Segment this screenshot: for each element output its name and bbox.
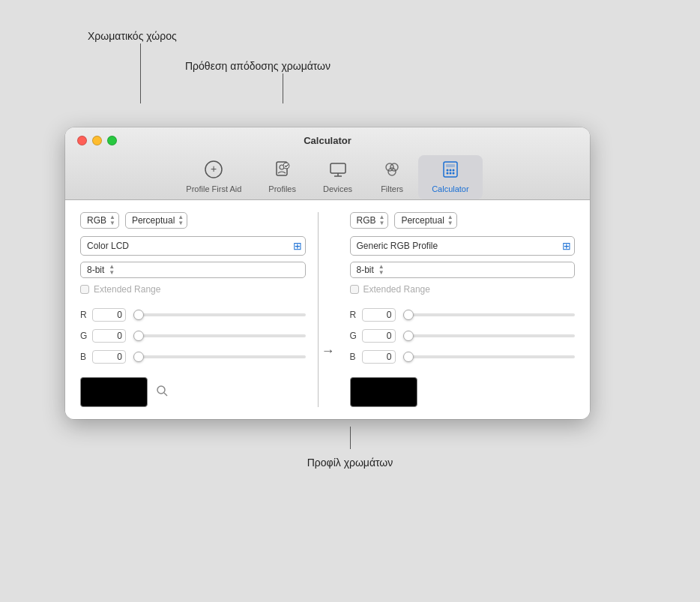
toolbar-label-calculator: Calculator [432,184,469,193]
toolbar: + Profile First Aid [77,152,578,199]
left-b-row: B [80,350,306,364]
devices-icon [328,160,348,182]
toolbar-label-profile-first-aid: Profile First Aid [186,184,241,193]
conversion-arrow: → [319,295,338,407]
right-g-track[interactable] [403,334,576,337]
svg-point-4 [283,163,289,169]
title-bar: Calculator + Profile First Aid [65,127,590,200]
main-window: Calculator + Profile First Aid [65,127,590,419]
left-b-track[interactable] [133,355,306,358]
left-bit-depth-arrows: ▲▼ [109,264,115,276]
toolbar-item-profile-first-aid[interactable]: + Profile First Aid [172,155,255,199]
right-bit-depth-select[interactable]: 8-bit ▲▼ [350,262,576,278]
svg-point-15 [452,169,454,172]
filters-icon [382,160,402,182]
right-r-label: R [350,310,357,320]
right-profile-dropdown-arrow: ⊞ [562,240,571,252]
left-r-thumb[interactable] [133,310,144,320]
left-colorspace-arrows: ▲▼ [109,214,115,226]
calculator-icon [441,160,460,182]
left-rendering-intent-select[interactable]: Perceptual ▲▼ [125,212,187,229]
maximize-button[interactable] [107,136,117,145]
left-r-label: R [80,310,88,320]
right-extended-range-checkbox[interactable] [350,285,359,294]
left-profile-dropdown-arrow: ⊞ [293,240,302,252]
right-b-track[interactable] [403,355,576,358]
bottom-annotation: Προφίλ χρωμάτων [65,457,635,469]
minimize-button[interactable] [92,136,102,145]
svg-point-9 [390,163,398,171]
right-b-row: B [350,350,576,364]
left-r-track[interactable] [133,313,306,316]
left-panel: RGB ▲▼ Perceptual ▲▼ Color LCD [80,212,319,407]
left-extended-range: Extended Range [80,284,306,295]
toolbar-label-profiles: Profiles [268,184,296,193]
profile-first-aid-icon: + [204,160,223,182]
annotation-color-space: Χρωματικός χώρος [88,30,177,42]
right-g-label: G [350,331,357,341]
right-panel: RGB ▲▼ Perceptual ▲▼ Generic RGB Prof [338,212,576,407]
right-r-track[interactable] [403,313,576,316]
callout-line-1 [140,43,141,103]
left-r-input[interactable] [92,308,126,322]
left-g-thumb[interactable] [133,331,144,341]
window-title: Calculator [304,135,351,146]
left-extended-range-checkbox[interactable] [80,285,89,294]
callout-line-2 [283,73,283,103]
annotation-rendering-intent: Πρόθεση απόδοσης χρωμάτων [185,60,331,72]
right-colorspace-select[interactable]: RGB ▲▼ [350,212,389,229]
right-r-row: R [350,308,576,322]
right-rendering-intent-select[interactable]: Perceptual ▲▼ [394,212,456,229]
svg-line-20 [164,393,167,396]
toolbar-item-filters[interactable]: Filters [366,155,418,199]
left-colorspace-select[interactable]: RGB ▲▼ [80,212,119,229]
right-profile-dropdown[interactable]: Generic RGB Profile ⊞ [350,236,576,256]
left-b-label: B [80,352,88,362]
toolbar-item-calculator[interactable]: Calculator [418,155,483,199]
svg-point-17 [449,172,451,175]
right-extended-range: Extended Range [350,284,576,295]
bottom-callout-line [350,427,351,449]
right-bit-depth-arrows: ▲▼ [378,264,384,276]
svg-rect-5 [331,163,346,173]
left-b-input[interactable] [92,350,126,364]
right-r-input[interactable] [362,308,396,322]
left-g-track[interactable] [133,334,306,337]
window-buttons [77,136,117,145]
left-color-swatch [80,377,148,407]
right-color-swatch [350,377,417,407]
right-color-preview [350,377,576,407]
svg-point-14 [449,169,451,172]
right-b-thumb[interactable] [403,352,414,362]
right-b-input[interactable] [362,350,396,364]
right-colorspace-arrows: ▲▼ [379,214,385,226]
left-g-label: G [80,331,88,341]
right-rendering-intent-arrows: ▲▼ [447,214,453,226]
svg-point-19 [157,386,165,394]
right-r-thumb[interactable] [403,310,414,320]
left-bit-depth-select[interactable]: 8-bit ▲▼ [80,262,306,278]
main-content: RGB ▲▼ Perceptual ▲▼ Color LCD [65,200,590,419]
left-rendering-intent-arrows: ▲▼ [178,214,184,226]
toolbar-label-filters: Filters [381,184,403,193]
left-profile-dropdown[interactable]: Color LCD ⊞ [80,236,306,256]
svg-point-18 [452,172,454,175]
left-search-icon[interactable] [155,384,169,400]
left-g-input[interactable] [92,329,126,343]
close-button[interactable] [77,136,87,145]
right-g-row: G [350,329,576,343]
svg-rect-12 [446,164,455,167]
right-g-thumb[interactable] [403,331,414,341]
svg-point-16 [446,172,448,175]
left-g-row: G [80,329,306,343]
right-b-label: B [350,352,357,362]
toolbar-item-profiles[interactable]: Profiles [255,155,310,199]
toolbar-label-devices: Devices [323,184,352,193]
profiles-icon [273,160,292,182]
toolbar-item-devices[interactable]: Devices [310,155,366,199]
svg-point-10 [388,168,396,175]
right-g-input[interactable] [362,329,396,343]
left-r-row: R [80,308,306,322]
left-b-thumb[interactable] [133,352,144,362]
left-color-preview [80,377,306,407]
